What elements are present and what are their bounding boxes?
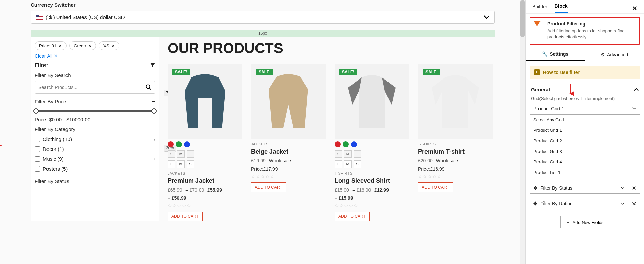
- subtab-settings[interactable]: 🔧Settings: [526, 48, 585, 61]
- grid-option[interactable]: Product Grid 2: [530, 136, 640, 146]
- add-to-cart-button[interactable]: ADD TO CART: [251, 182, 286, 192]
- size-chip[interactable]: S: [335, 150, 342, 158]
- chevron-down-icon: [484, 15, 490, 19]
- product-category: T-SHIRTS: [418, 142, 493, 146]
- color-swatch[interactable]: [351, 141, 357, 147]
- howto-filter-link[interactable]: How to use filter: [530, 66, 640, 79]
- filter-panel: Price: 91✕Green✕XS✕ Clear All ✕ Filter F…: [31, 37, 159, 221]
- product-name[interactable]: Premium Jacket: [168, 177, 242, 184]
- filter-field-row[interactable]: ✥Filter By Rating: [530, 198, 628, 209]
- category-checkbox[interactable]: [35, 156, 40, 162]
- collapse-icon[interactable]: −: [152, 72, 155, 79]
- subtab-advanced[interactable]: ⚙Advanced: [585, 48, 644, 61]
- color-swatch[interactable]: [343, 141, 349, 147]
- grid-option[interactable]: Product Grid 3: [530, 146, 640, 157]
- grid-select[interactable]: Product Grid 1: [530, 103, 640, 115]
- category-item[interactable]: Posters (5): [35, 164, 155, 174]
- product-name[interactable]: Premium T-shirt: [418, 148, 493, 155]
- slider-handle-min[interactable]: [33, 108, 39, 114]
- chevron-right-icon: ›: [154, 156, 155, 162]
- category-checkbox[interactable]: [35, 166, 40, 172]
- remove-chip-icon[interactable]: ✕: [111, 43, 115, 48]
- general-section-header[interactable]: General: [530, 83, 640, 96]
- spacer-indicator: 15px: [31, 30, 495, 37]
- tab-builder[interactable]: Builder: [532, 4, 547, 13]
- tab-block[interactable]: Block: [555, 3, 568, 13]
- move-icon: ✥: [533, 201, 537, 206]
- filter-category-title: Filter By Category: [35, 126, 75, 132]
- delete-field-button[interactable]: ✕: [628, 182, 640, 194]
- product-thumb[interactable]: SALE!: [168, 64, 242, 139]
- filter-field-row[interactable]: ✥Filter By Status: [530, 182, 628, 194]
- add-new-fields-button[interactable]: ＋Add New Fields: [560, 216, 609, 228]
- move-icon: ✥: [533, 185, 537, 191]
- color-swatch[interactable]: [176, 141, 182, 147]
- price-row: £65.99 – £70.00 £55.99: [168, 187, 242, 193]
- add-to-cart-button[interactable]: ADD TO CART: [168, 212, 203, 221]
- price-slider[interactable]: [36, 110, 154, 112]
- grid-option[interactable]: Product Grid 4: [530, 157, 640, 167]
- close-panel-icon[interactable]: ✕: [632, 5, 637, 12]
- currency-switcher-label: Currency Switcher: [31, 2, 495, 8]
- slider-handle-max[interactable]: [151, 108, 157, 114]
- grid-option[interactable]: Product List 1: [530, 167, 640, 178]
- size-chip[interactable]: M: [344, 150, 352, 158]
- delete-field-button[interactable]: ✕: [628, 198, 640, 209]
- color-swatch[interactable]: [168, 141, 174, 147]
- clear-all-link[interactable]: Clear All ✕: [31, 52, 159, 60]
- filter-chip[interactable]: XS✕: [99, 41, 119, 50]
- collapse-icon[interactable]: −: [152, 98, 155, 105]
- size-chip[interactable]: S: [168, 150, 175, 158]
- category-checkbox[interactable]: [35, 137, 40, 142]
- color-swatch[interactable]: [184, 141, 190, 147]
- product-card: SALE!SMLLMST-SHIRTSLong Sleeved Shirt£15…: [335, 64, 409, 221]
- size-variant[interactable]: M: [177, 160, 185, 168]
- size-variant[interactable]: M: [344, 160, 352, 168]
- category-item[interactable]: Decor (1): [35, 144, 155, 154]
- grid-option[interactable]: Product Grid 1: [530, 125, 640, 136]
- size-variant[interactable]: L: [168, 160, 175, 168]
- product-card: SALE!T-SHIRTSPremium T-shirt£20.00 Whole…: [418, 64, 493, 221]
- size-variant[interactable]: S: [354, 160, 361, 168]
- add-block-icon[interactable]: +: [327, 262, 331, 264]
- search-icon[interactable]: [142, 81, 155, 93]
- product-thumb[interactable]: SALE!: [251, 64, 326, 139]
- inspector-panel: Builder Block ✕ Product Filtering Add fi…: [525, 0, 644, 264]
- main-scrollbar[interactable]: [520, 0, 525, 264]
- size-variant[interactable]: L: [335, 160, 342, 168]
- filter-chip[interactable]: Green✕: [69, 41, 96, 50]
- category-checkbox[interactable]: [35, 146, 40, 152]
- grid-option[interactable]: Select Any Grid: [530, 115, 640, 125]
- price-range-text: Price: $0.00 - $10000.00: [35, 117, 155, 122]
- star-rating: ☆☆☆☆☆: [335, 203, 409, 208]
- size-chip[interactable]: L: [187, 150, 194, 158]
- product-thumb[interactable]: SALE!: [418, 64, 493, 139]
- price-row: £20.00 Wholesale: [418, 158, 493, 163]
- search-products-input[interactable]: [35, 81, 142, 93]
- product-card: SALE!JACKETSBeige Jacket£19.99 Wholesale…: [251, 64, 326, 221]
- block-info-desc: Add filtering options to let shoppers fi…: [547, 28, 635, 40]
- color-swatch[interactable]: [335, 141, 341, 147]
- size-chip[interactable]: M: [177, 150, 185, 158]
- remove-chip-icon[interactable]: ✕: [88, 43, 92, 48]
- product-thumb[interactable]: SALE!: [335, 64, 409, 139]
- filter-chip[interactable]: Price: 91✕: [35, 41, 67, 50]
- chevron-up-icon: [634, 88, 639, 91]
- filter-price-title: Filter By Price: [35, 99, 66, 104]
- wrench-icon: 🔧: [542, 51, 548, 57]
- size-chip[interactable]: L: [354, 150, 361, 158]
- close-icon: ✕: [54, 53, 58, 59]
- product-name[interactable]: Long Sleeved Shirt: [335, 177, 409, 184]
- size-variant[interactable]: S: [187, 160, 194, 168]
- category-item[interactable]: Music (9)›: [35, 154, 155, 164]
- add-to-cart-button[interactable]: ADD TO CART: [418, 182, 453, 192]
- sale-badge: SALE!: [172, 69, 190, 75]
- collapse-icon[interactable]: −: [152, 178, 155, 185]
- filter-block-icon: [534, 21, 541, 27]
- price-row: Price:£16.99: [418, 166, 493, 172]
- remove-chip-icon[interactable]: ✕: [58, 43, 62, 48]
- product-name[interactable]: Beige Jacket: [251, 148, 326, 155]
- currency-switcher[interactable]: ( $ ) United States (US) dollar USD: [31, 11, 495, 24]
- add-to-cart-button[interactable]: ADD TO CART: [335, 212, 370, 221]
- category-item[interactable]: Clothing (10)›: [35, 134, 155, 144]
